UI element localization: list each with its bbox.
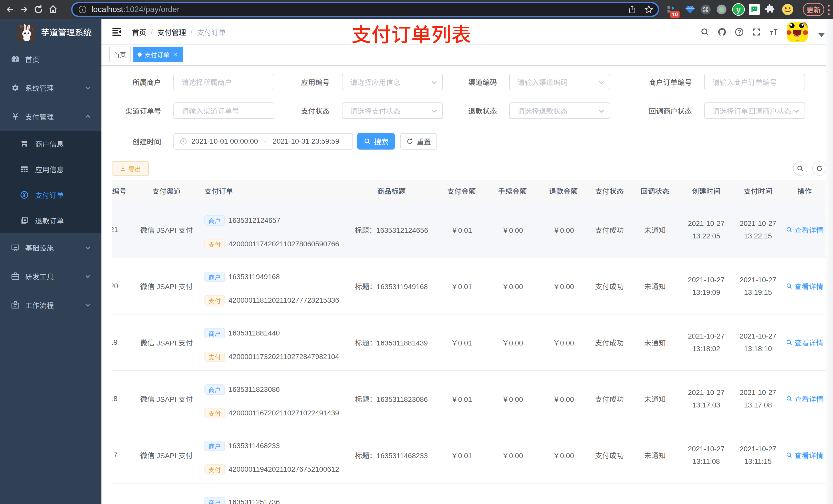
pay-tag: 支付 [205, 352, 225, 362]
info-icon[interactable] [78, 5, 87, 14]
reset-button[interactable]: 重置 [400, 133, 437, 149]
view-detail-link[interactable]: 查看详情 [786, 450, 823, 460]
extensions-puzzle-icon[interactable] [764, 4, 776, 16]
browser-home-icon[interactable] [47, 3, 59, 16]
tag-close-icon[interactable]: × [173, 52, 178, 57]
toolbar-refresh-icon[interactable] [812, 161, 827, 176]
sidebar-item-workflow[interactable]: 工作流程 [0, 291, 101, 319]
gear-icon [10, 83, 21, 93]
browser-back-icon[interactable] [4, 3, 16, 16]
cell-channel-order: 支付 4200001167202110271022491439 [205, 408, 339, 418]
button-label: 导出 [128, 164, 141, 173]
cell-pay-status: 支付成功 [589, 258, 630, 314]
view-detail-link[interactable]: 查看详情 [786, 393, 823, 404]
filter-label: 应用编号 [228, 74, 330, 90]
browser-menu-icon[interactable] [827, 5, 830, 15]
action-label: 查看详情 [794, 224, 823, 235]
page-scrollbar[interactable] [826, 19, 833, 504]
view-detail-link[interactable]: 查看详情 [786, 224, 823, 235]
sidebar-item-home[interactable]: 首页 [0, 45, 101, 73]
cell-pay-amount: ￥0.01 [436, 314, 487, 370]
sidebar-item-pay-order[interactable]: 支付订单 [0, 182, 101, 208]
cell-channel: 微信 JSAPI 支付 [134, 314, 199, 370]
tag-pay-order[interactable]: 支付订单 × [133, 47, 183, 62]
table-row[interactable]: 119 微信 JSAPI 支付 商户 1635311881440 支付 4200… [112, 314, 826, 371]
placeholder-text: 请选择支付状态 [350, 105, 400, 116]
subject-value: 标题：1635312124656 [355, 224, 428, 235]
extension-y-icon[interactable]: y [732, 3, 745, 18]
column-header: 回调状态 [630, 180, 680, 202]
share-icon[interactable] [627, 5, 637, 14]
search-icon [364, 138, 371, 145]
browser-forward-icon[interactable] [18, 3, 30, 16]
create-date: 2021-10-27 [688, 217, 724, 230]
refund-amount-value: ￥0.00 [553, 281, 574, 291]
placeholder-text: 请输入渠道编码 [518, 77, 568, 87]
logo-row[interactable]: 芋道管理系统 [0, 19, 101, 45]
browser-reload-icon[interactable] [32, 3, 45, 16]
filter-select[interactable]: 请选择订单回调商户状态 [704, 102, 805, 119]
help-icon[interactable] [734, 27, 744, 37]
filter-input[interactable]: 请输入商户订单编号 [704, 74, 805, 90]
cell-action: 查看详情 [784, 202, 826, 258]
notify-status-value: 未通知 [644, 337, 666, 347]
extension-gem-icon[interactable] [685, 4, 695, 16]
header-search-icon[interactable] [700, 27, 710, 37]
bookmark-star-icon[interactable] [644, 5, 654, 14]
filter-label: 退款状态 [396, 102, 497, 119]
user-avatar[interactable] [787, 22, 808, 42]
refund-amount-value: ￥0.00 [553, 337, 574, 347]
sidebar-item-app-info[interactable]: 应用信息 [0, 157, 101, 182]
extension-emoji-icon[interactable] [781, 3, 794, 17]
refund-amount-value: ￥0.00 [553, 393, 574, 404]
create-time: 13:11:08 [693, 455, 720, 467]
cell-refund-amount: ￥0.00 [538, 314, 589, 370]
sidebar-item-infra[interactable]: 基础设施 [0, 233, 101, 262]
extension-chat-icon[interactable] [748, 4, 760, 16]
font-size-icon[interactable] [768, 27, 779, 37]
export-button[interactable]: 导出 [112, 161, 149, 176]
github-icon[interactable] [717, 27, 727, 37]
table-row[interactable]: 120 微信 JSAPI 支付 商户 1635311949168 支付 4200… [112, 258, 826, 314]
search-button[interactable]: 搜索 [357, 133, 395, 149]
tag-label: 首页 [114, 50, 126, 59]
create-date: 2021-10-27 [688, 330, 724, 342]
cell-refund-amount: ￥0.00 [538, 202, 589, 258]
fullscreen-icon[interactable] [751, 27, 762, 37]
orders-table: 编号支付渠道支付订单商品标题支付金额手续金额退款金额支付状态回调状态创建时间支付… [112, 180, 826, 504]
menu-item-label: 工作流程 [25, 300, 54, 310]
cell-merchant-order: 商户 1635311823086 [205, 384, 280, 394]
cell-pay-time: 2021-10-2713:11:15 [732, 427, 784, 483]
table-row[interactable]: 121 微信 JSAPI 支付 商户 1635312124657 支付 4200… [112, 202, 826, 258]
extension-dot-icon[interactable] [716, 4, 728, 16]
cell-pay-amount: ￥0.01 [436, 202, 487, 258]
view-detail-link[interactable]: 查看详情 [786, 337, 823, 347]
id-value: 121 [112, 225, 118, 234]
hamburger-icon[interactable] [111, 26, 123, 38]
breadcrumb-pay[interactable]: 支付管理 [157, 27, 186, 37]
address-bar[interactable]: localhost:1024/pay/order [71, 2, 659, 17]
merchant-tag: 商户 [205, 272, 225, 282]
caret-down-icon[interactable] [818, 33, 825, 37]
column-header: 支付订单 [199, 180, 347, 202]
toolbar-search-icon[interactable] [793, 161, 807, 176]
submenu-item-label: 应用信息 [35, 164, 64, 174]
extension-command-icon[interactable]: ⌘ [700, 4, 712, 16]
pay-date: 2021-10-27 [739, 273, 776, 286]
table-row[interactable]: 117 微信 JSAPI 支付 商户 1635311468233 支付 4200… [112, 427, 826, 483]
placeholder-text: 请选择退款状态 [518, 105, 568, 116]
date-range-picker[interactable]: 2021-10-01 00:00:00-2021-10-31 23:59:59 [173, 133, 353, 149]
url-path: :1024/pay/order [123, 5, 180, 14]
breadcrumb-home[interactable]: 首页 [132, 27, 146, 37]
sidebar-item-devtools[interactable]: 研发工具 [0, 262, 101, 291]
tag-home[interactable]: 首页 [109, 47, 130, 62]
pay-time: 13:19:15 [744, 286, 772, 298]
view-detail-link[interactable]: 查看详情 [786, 281, 823, 291]
table-row[interactable]: 118 微信 JSAPI 支付 商户 1635311823086 支付 4200… [112, 371, 826, 427]
extension-tabs-icon[interactable]: 10 [666, 4, 677, 16]
browser-update-button[interactable]: 更新 [803, 3, 824, 16]
table-row-partial[interactable]: 商户1635311251736 [112, 483, 826, 504]
sidebar-item-refund-order[interactable]: 退款订单 [0, 208, 101, 233]
create-date: 2021-10-27 [688, 442, 724, 455]
merchant-order-no: 1635312124657 [229, 216, 280, 224]
